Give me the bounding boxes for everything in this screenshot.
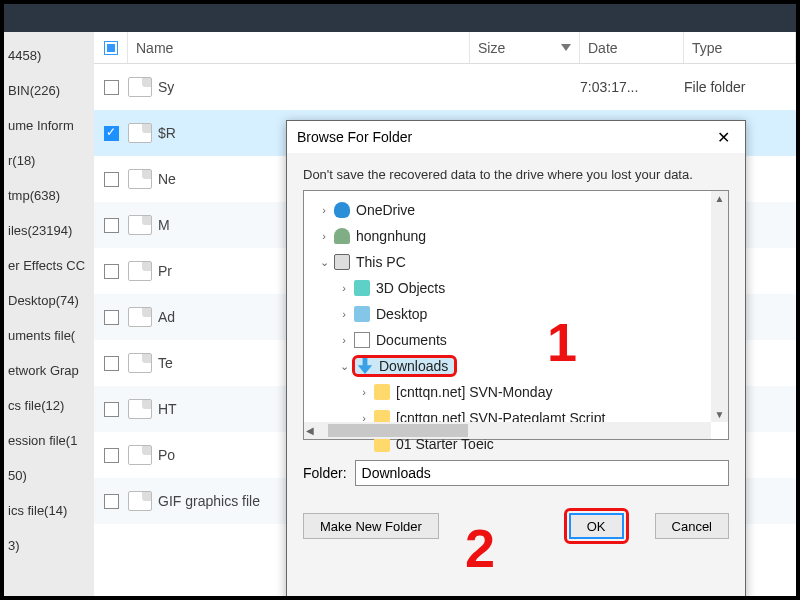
chevron-down-icon[interactable]: ⌄: [336, 360, 352, 373]
vertical-scrollbar[interactable]: ▲▼: [711, 191, 728, 422]
row-checkbox[interactable]: [94, 264, 128, 279]
scroll-up-icon[interactable]: ▲: [715, 193, 725, 204]
folder-icon: [128, 261, 152, 281]
chevron-right-icon[interactable]: ›: [356, 386, 372, 398]
tree-label: Desktop: [376, 306, 427, 322]
row-type: File folder: [684, 79, 796, 95]
cancel-button[interactable]: Cancel: [655, 513, 729, 539]
tree-node-thispc[interactable]: ⌄This PC: [308, 249, 724, 275]
folder-label: Folder:: [303, 465, 347, 481]
sidebar-item[interactable]: er Effects CC: [4, 248, 94, 283]
column-type[interactable]: Type: [684, 32, 796, 63]
tree-label: hongnhung: [356, 228, 426, 244]
horizontal-scrollbar[interactable]: ◀: [304, 422, 711, 439]
tree-node-desktop[interactable]: ›Desktop: [308, 301, 724, 327]
folder-icon: [128, 353, 152, 373]
sidebar-item[interactable]: ics file(14): [4, 493, 94, 528]
user-icon: [334, 228, 350, 244]
tree-label: Downloads: [379, 358, 448, 374]
tree-node-downloads[interactable]: ⌄Downloads: [308, 353, 724, 379]
sidebar-item[interactable]: 3): [4, 528, 94, 563]
cube-icon: [354, 280, 370, 296]
tree-label: 3D Objects: [376, 280, 445, 296]
tree-node-user[interactable]: ›hongnhung: [308, 223, 724, 249]
row-checkbox[interactable]: [94, 448, 128, 463]
sidebar-item[interactable]: Desktop(74): [4, 283, 94, 318]
scroll-thumb[interactable]: [328, 424, 468, 437]
row-checkbox[interactable]: [94, 218, 128, 233]
folder-icon: [128, 77, 152, 97]
ok-highlight: OK: [564, 508, 629, 544]
row-checkbox[interactable]: [94, 80, 128, 95]
column-date[interactable]: Date: [580, 32, 684, 63]
folder-icon: [128, 307, 152, 327]
row-name: Sy: [128, 77, 470, 97]
folder-icon: [128, 169, 152, 189]
download-icon: [357, 358, 373, 374]
scroll-left-icon[interactable]: ◀: [306, 425, 314, 436]
row-checkbox[interactable]: [94, 310, 128, 325]
tree-label: OneDrive: [356, 202, 415, 218]
table-row[interactable]: Sy7:03:17...File folder: [94, 64, 796, 110]
ok-button[interactable]: OK: [569, 513, 624, 539]
desktop-icon: [354, 306, 370, 322]
column-name[interactable]: Name: [128, 32, 470, 63]
chevron-right-icon[interactable]: ›: [316, 230, 332, 242]
row-checkbox[interactable]: [94, 356, 128, 371]
main-area: 4458) BIN(226) ume Inform r(18) tmp(638)…: [4, 32, 796, 596]
tree-label: [cnttqn.net] SVN-Monday: [396, 384, 552, 400]
sidebar-item[interactable]: ume Inform: [4, 108, 94, 143]
make-new-folder-button[interactable]: Make New Folder: [303, 513, 439, 539]
cloud-icon: [334, 202, 350, 218]
sidebar-item[interactable]: ession file(1: [4, 423, 94, 458]
chevron-down-icon[interactable]: ⌄: [316, 256, 332, 269]
folder-sidebar: 4458) BIN(226) ume Inform r(18) tmp(638)…: [4, 32, 94, 596]
folder-icon: [128, 445, 152, 465]
document-icon: [354, 332, 370, 348]
folder-icon: [128, 123, 152, 143]
row-checkbox[interactable]: [94, 494, 128, 509]
file-list-panel: Name Size Date Type Sy7:03:17...File fol…: [94, 32, 796, 596]
app-titlebar: [4, 4, 796, 32]
folder-icon: [128, 491, 152, 511]
row-checkbox[interactable]: [94, 402, 128, 417]
tree-node-documents[interactable]: ›Documents: [308, 327, 724, 353]
folder-icon: [374, 384, 390, 400]
browse-folder-dialog: Browse For Folder ✕ Don't save the recov…: [286, 120, 746, 600]
sort-desc-icon: [561, 44, 571, 51]
sidebar-item[interactable]: 50): [4, 458, 94, 493]
folder-icon: [128, 399, 152, 419]
tree-label: Documents: [376, 332, 447, 348]
tree-node-sub[interactable]: ›[cnttqn.net] SVN-Monday: [308, 379, 724, 405]
folder-tree: ›OneDrive ›hongnhung ⌄This PC ›3D Object…: [303, 190, 729, 440]
chevron-right-icon[interactable]: ›: [336, 282, 352, 294]
row-date: 7:03:17...: [580, 79, 684, 95]
sidebar-item[interactable]: 4458): [4, 38, 94, 73]
select-all-checkbox[interactable]: [94, 32, 128, 63]
column-size-label: Size: [478, 40, 505, 56]
close-icon[interactable]: ✕: [711, 125, 735, 149]
pc-icon: [334, 254, 350, 270]
sidebar-item[interactable]: iles(23194): [4, 213, 94, 248]
row-checkbox[interactable]: [94, 126, 128, 141]
dialog-title: Browse For Folder: [297, 129, 412, 145]
sidebar-item[interactable]: etwork Grap: [4, 353, 94, 388]
folder-input[interactable]: [355, 460, 729, 486]
scroll-down-icon[interactable]: ▼: [715, 409, 725, 420]
tree-node-onedrive[interactable]: ›OneDrive: [308, 197, 724, 223]
dialog-message: Don't save the recovered data to the dri…: [287, 153, 745, 190]
folder-icon: [128, 215, 152, 235]
chevron-right-icon[interactable]: ›: [336, 308, 352, 320]
row-checkbox[interactable]: [94, 172, 128, 187]
column-size[interactable]: Size: [470, 32, 580, 63]
sidebar-item[interactable]: cs file(12): [4, 388, 94, 423]
chevron-right-icon[interactable]: ›: [336, 334, 352, 346]
sidebar-item[interactable]: BIN(226): [4, 73, 94, 108]
column-header-row: Name Size Date Type: [94, 32, 796, 64]
sidebar-item[interactable]: r(18): [4, 143, 94, 178]
sidebar-item[interactable]: uments file(: [4, 318, 94, 353]
tree-node-3dobjects[interactable]: ›3D Objects: [308, 275, 724, 301]
chevron-right-icon[interactable]: ›: [316, 204, 332, 216]
sidebar-item[interactable]: tmp(638): [4, 178, 94, 213]
dialog-titlebar: Browse For Folder ✕: [287, 121, 745, 153]
